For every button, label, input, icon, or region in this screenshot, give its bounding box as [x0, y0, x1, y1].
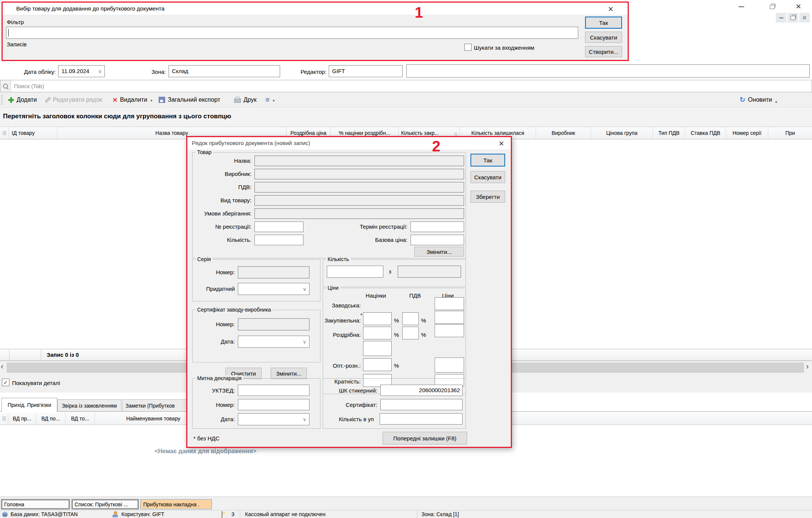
scroll-left-icon[interactable] — [1, 362, 3, 371]
dialog2-titlebar[interactable]: Рядок прибуткового документа (новий запи… — [187, 137, 511, 150]
search-occurrence-checkbox[interactable] — [464, 44, 472, 51]
accounting-date-combobox[interactable]: 11.09.2024 — [58, 65, 105, 77]
purchase-price-field[interactable] — [435, 311, 464, 324]
series-number-field[interactable] — [238, 266, 309, 278]
export-button[interactable]: Загальний експорт — [159, 95, 220, 105]
certificate-date-combobox[interactable] — [238, 336, 309, 348]
factory-price-field[interactable] — [435, 297, 464, 310]
editor-field[interactable]: GIFT — [329, 65, 403, 77]
sticker-barcode-field[interactable]: 2060000201362 — [380, 385, 463, 396]
retail-markup-field[interactable] — [363, 327, 392, 339]
percent-label: % — [394, 331, 399, 339]
window-minimize-button[interactable] — [734, 2, 748, 11]
scroll-right-icon[interactable] — [806, 362, 809, 371]
dialog2-cancel-button[interactable]: Скасувати — [470, 171, 505, 183]
customs-date-combobox[interactable] — [238, 413, 309, 425]
previous-balances-button[interactable]: Попередні залишки (F8) — [383, 432, 467, 445]
base-price-field[interactable] — [411, 235, 464, 245]
mdi-restore-button[interactable] — [787, 13, 798, 23]
uktzed-field[interactable] — [238, 385, 309, 396]
delete-x-icon — [113, 96, 117, 104]
storage-field[interactable] — [254, 208, 464, 219]
search-input[interactable] — [14, 82, 542, 90]
comment-field[interactable] — [406, 64, 810, 78]
purchase-markup-field[interactable] — [363, 312, 392, 325]
valid-until-combobox[interactable] — [238, 283, 309, 295]
dialog1-cancel-button[interactable]: Скасувати — [585, 32, 622, 43]
dialog2-save-button[interactable]: Зберегти — [470, 191, 505, 203]
retail-vat-field[interactable] — [402, 327, 419, 339]
dialog1-ok-button[interactable]: Так — [585, 17, 622, 29]
customs-number-field[interactable] — [238, 399, 309, 410]
toolbar-grip[interactable] — [1, 95, 3, 105]
reg-no-field[interactable] — [254, 222, 303, 232]
column-header-serial[interactable]: Номер серії — [726, 127, 768, 139]
zone-field[interactable]: Склад — [169, 65, 280, 77]
wholesale-price-field[interactable] — [435, 358, 464, 373]
vat-field[interactable] — [254, 182, 464, 193]
chevron-down-icon[interactable] — [303, 286, 306, 292]
product-kind-field[interactable] — [254, 195, 464, 206]
delete-button[interactable]: Видалити — [113, 95, 153, 105]
quantity-total-field[interactable] — [398, 266, 461, 278]
reg-term-field[interactable] — [411, 222, 464, 232]
qty-per-pack-field[interactable] — [380, 413, 463, 425]
list-menu-button[interactable] — [265, 95, 275, 105]
plus-icon — [8, 97, 14, 103]
print-button[interactable]: Друк — [234, 95, 257, 105]
column-header-price-group[interactable]: Цінова група — [591, 127, 653, 139]
barcode-group: ШК стикерний: 2060000201362 Сертифікат: … — [323, 378, 466, 429]
dialog2-close-button[interactable] — [499, 139, 504, 148]
manufacturer-field[interactable] — [254, 169, 464, 179]
window-tab-receipt-list[interactable]: Список: Прибуткові ... — [72, 499, 139, 509]
percent-label: % — [421, 331, 426, 339]
filter-input-text[interactable] — [10, 29, 572, 37]
retail-extra-field[interactable] — [363, 341, 392, 356]
details-column-vd-to[interactable]: ВД то... — [66, 413, 95, 425]
mdi-minimize-button[interactable] — [776, 13, 786, 23]
vat-label: ПДВ: — [195, 183, 251, 191]
details-column-vd-po[interactable]: ВД по... — [36, 413, 66, 425]
tab-receipt-links[interactable]: Прихід. Прив'язки — [2, 398, 57, 412]
percent-label: % — [394, 362, 399, 370]
window-tab-main[interactable]: Головна — [1, 499, 70, 509]
change-product-button[interactable]: Змінити... — [414, 247, 464, 257]
customs-group-legend: Митна декларація — [196, 375, 243, 381]
certificate-field[interactable] — [380, 399, 463, 410]
details-column-vd-pr[interactable]: ВД пр... — [8, 413, 36, 425]
purchase-vat-field[interactable] — [402, 312, 419, 325]
group-by-area[interactable]: Перетягніть заголовок колонки сюди для у… — [0, 107, 812, 127]
grid-corner-grip[interactable] — [0, 127, 9, 139]
column-header-vat-rate[interactable]: Ставка ПДВ — [685, 127, 726, 139]
search-bar[interactable] — [0, 80, 812, 92]
refresh-button[interactable]: Оновити — [740, 95, 778, 105]
chevron-down-icon[interactable] — [303, 417, 306, 422]
dialog1-create-button[interactable]: Створити... — [585, 46, 622, 57]
name-field[interactable] — [254, 156, 464, 166]
mdi-close-button[interactable]: × — [799, 13, 810, 23]
add-button[interactable]: Додати — [8, 95, 37, 105]
chevron-down-icon[interactable] — [98, 69, 102, 74]
dialog1-titlebar[interactable]: Вибір товару для додавання до прибутково… — [3, 3, 628, 15]
show-details-checkbox[interactable]: ✓ — [2, 379, 9, 386]
filter-input[interactable] — [6, 27, 578, 39]
edit-row-button[interactable]: Редагувати рядок — [44, 95, 102, 105]
quantity-input[interactable] — [327, 266, 383, 278]
change-certificate-button[interactable]: Змінити... — [271, 368, 307, 379]
details-grid-grip[interactable] — [0, 413, 8, 425]
window-close-button[interactable] — [792, 2, 805, 11]
chevron-down-icon[interactable] — [303, 339, 306, 344]
column-header-vat-type[interactable]: Тип ПДВ — [653, 127, 685, 139]
window-restore-button[interactable] — [765, 2, 779, 11]
dialog1-close-button[interactable] — [608, 5, 613, 14]
column-header-truncated[interactable]: При — [768, 127, 812, 139]
tab-order-check[interactable]: Звірка із замовленням — [57, 399, 121, 412]
retail-price-field[interactable] — [435, 324, 464, 337]
certificate-number-field[interactable] — [238, 318, 309, 330]
window-tab-receipt-invoice[interactable]: Прибуткова накладна . — [140, 499, 212, 509]
dialog2-ok-button[interactable]: Так — [470, 154, 505, 167]
column-header-manufacturer[interactable]: Виробник — [536, 127, 591, 139]
quantity-field[interactable] — [254, 235, 303, 245]
column-header-id[interactable]: ІД товару — [9, 127, 57, 139]
wholesale-markup-field[interactable] — [363, 358, 392, 371]
